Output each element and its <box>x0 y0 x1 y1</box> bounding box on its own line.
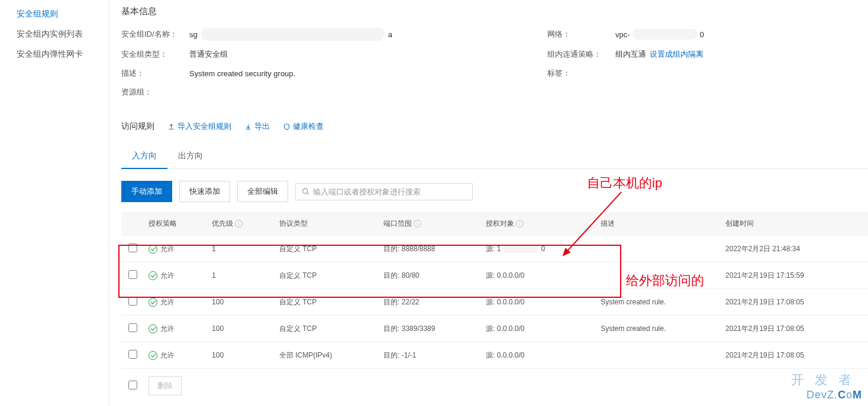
select-all-checkbox[interactable] <box>128 381 137 389</box>
cell-target: 源: 0.0.0.0/0 <box>481 316 596 342</box>
resource-label: 资源组 <box>121 87 189 98</box>
cell-desc: System created rule. <box>596 316 721 342</box>
cell-created: 2021年2月19日 17:08:05 <box>721 342 868 369</box>
th-created: 创建时间 <box>721 212 868 236</box>
sidebar-item-eni[interactable]: 安全组内弹性网卡 <box>17 44 109 64</box>
edit-all-button[interactable]: 全部编辑 <box>237 181 288 202</box>
table-row: 允许 100 自定义 TCP 目的: 3389/3389 源: 0.0.0.0/… <box>121 316 868 342</box>
sg-id-label: 安全组ID/名称 <box>121 29 189 40</box>
th-checkbox <box>121 212 144 236</box>
check-circle-icon <box>149 271 157 280</box>
network-value: vpc-0 <box>615 29 704 40</box>
cell-priority: 1 <box>207 262 275 289</box>
check-circle-icon <box>149 351 157 360</box>
th-priority: 优先级i <box>207 212 275 236</box>
info-icon[interactable]: i <box>235 220 243 228</box>
search-box[interactable] <box>295 183 473 200</box>
desc-value: System created security group. <box>189 69 295 78</box>
row-checkbox[interactable] <box>128 350 137 359</box>
network-label: 网络 <box>547 29 615 40</box>
upload-icon <box>167 123 175 131</box>
sidebar-item-instances[interactable]: 安全组内实例列表 <box>17 24 109 44</box>
type-label: 安全组类型 <box>121 49 189 60</box>
table-row: 允许 1 自定义 TCP 目的: 80/80 源: 0.0.0.0/0 2021… <box>121 262 868 289</box>
cell-port: 目的: 22/22 <box>379 289 481 316</box>
cell-created: 2021年2月19日 17:08:05 <box>721 316 868 342</box>
check-circle-icon <box>149 298 157 307</box>
sg-id-redacted <box>201 28 385 41</box>
search-input[interactable] <box>313 187 466 196</box>
direction-tabs: 入方向 出方向 <box>121 145 868 169</box>
sg-id-value: sga <box>189 28 392 41</box>
policy-value: 组内互通 <box>615 49 646 60</box>
shield-icon <box>283 123 291 131</box>
cell-port: 目的: -1/-1 <box>379 342 481 369</box>
cell-priority: 100 <box>207 289 275 316</box>
cell-target: 源: 10 <box>481 236 596 262</box>
quick-add-button[interactable]: 快速添加 <box>179 181 230 202</box>
row-checkbox[interactable] <box>128 243 137 252</box>
cell-created: 2021年2月19日 17:15:59 <box>721 262 868 289</box>
manual-add-button[interactable]: 手动添加 <box>121 181 172 202</box>
table-row: 允许 1 自定义 TCP 目的: 8888/8888 源: 10 2022年2月… <box>121 236 868 262</box>
policy-link[interactable]: 设置成组内隔离 <box>650 49 704 60</box>
row-checkbox[interactable] <box>128 297 137 306</box>
type-value: 普通安全组 <box>189 49 228 60</box>
cell-desc <box>596 342 721 369</box>
row-checkbox[interactable] <box>128 323 137 332</box>
cell-target: 源: 0.0.0.0/0 <box>481 289 596 316</box>
check-circle-icon <box>149 324 157 333</box>
cell-priority: 1 <box>207 236 275 262</box>
policy-allow: 允许 <box>149 324 175 334</box>
cell-port: 目的: 3389/3389 <box>379 316 481 342</box>
rules-title: 访问规则 <box>121 121 154 132</box>
policy-allow: 允许 <box>149 244 175 254</box>
cell-desc: System created rule. <box>596 289 721 316</box>
desc-label: 描述 <box>121 68 189 79</box>
search-icon <box>302 187 309 196</box>
cell-desc <box>596 236 721 262</box>
policy-allow: 允许 <box>149 350 175 360</box>
tags-label: 标签 <box>547 68 615 79</box>
basic-info-title: 基本信息 <box>121 0 868 28</box>
th-port: 端口范围i <box>379 212 481 236</box>
export-rules-link[interactable]: 导出 <box>244 121 270 132</box>
cell-protocol: 自定义 TCP <box>275 262 379 289</box>
th-target: 授权对象i <box>481 212 596 236</box>
cell-protocol: 自定义 TCP <box>275 236 379 262</box>
cell-protocol: 全部 ICMP(IPv4) <box>275 342 379 369</box>
cell-desc <box>596 262 721 289</box>
table-row: 允许 100 全部 ICMP(IPv4) 目的: -1/-1 源: 0.0.0.… <box>121 342 868 369</box>
info-icon[interactable]: i <box>414 220 421 228</box>
main-content: 基本信息 安全组ID/名称 sga 网络 vpc-0 安全组类型 普通安全组 组… <box>109 0 868 406</box>
sidebar-item-rules[interactable]: 安全组规则 <box>17 4 109 24</box>
health-check-link[interactable]: 健康检查 <box>283 121 324 132</box>
delete-button[interactable]: 删除 <box>149 376 182 395</box>
cell-port: 目的: 80/80 <box>379 262 481 289</box>
cell-target: 源: 0.0.0.0/0 <box>481 262 596 289</box>
rules-toolbar: 访问规则 导入安全组规则 导出 健康检查 <box>121 121 868 132</box>
cell-protocol: 自定义 TCP <box>275 289 379 316</box>
cell-target: 源: 0.0.0.0/0 <box>481 342 596 369</box>
action-bar: 手动添加 快速添加 全部编辑 <box>121 181 868 202</box>
policy-allow: 允许 <box>149 297 175 307</box>
vpc-redacted <box>633 29 698 40</box>
cell-created: 2021年2月19日 17:08:05 <box>721 289 868 316</box>
th-desc: 描述 <box>596 212 721 236</box>
tab-outbound[interactable]: 出方向 <box>167 145 214 168</box>
policy-label: 组内连通策略 <box>547 49 615 60</box>
cell-priority: 100 <box>207 316 275 342</box>
info-icon[interactable]: i <box>516 220 524 228</box>
import-rules-link[interactable]: 导入安全组规则 <box>167 121 231 132</box>
rules-table: 授权策略 优先级i 协议类型 端口范围i 授权对象i 描述 创建时间 允许 1 … <box>121 212 868 403</box>
cell-priority: 100 <box>207 342 275 369</box>
cell-protocol: 自定义 TCP <box>275 316 379 342</box>
row-checkbox[interactable] <box>128 270 137 279</box>
cell-created: 2022年2月2日 21:48:34 <box>721 236 868 262</box>
table-row: 允许 100 自定义 TCP 目的: 22/22 源: 0.0.0.0/0 Sy… <box>121 289 868 316</box>
sidebar: 安全组规则 安全组内实例列表 安全组内弹性网卡 <box>0 0 109 406</box>
tab-inbound[interactable]: 入方向 <box>121 145 167 168</box>
basic-info-grid: 安全组ID/名称 sga 网络 vpc-0 安全组类型 普通安全组 组内连通策略… <box>121 28 868 98</box>
download-icon <box>244 123 252 131</box>
check-circle-icon <box>149 245 157 254</box>
